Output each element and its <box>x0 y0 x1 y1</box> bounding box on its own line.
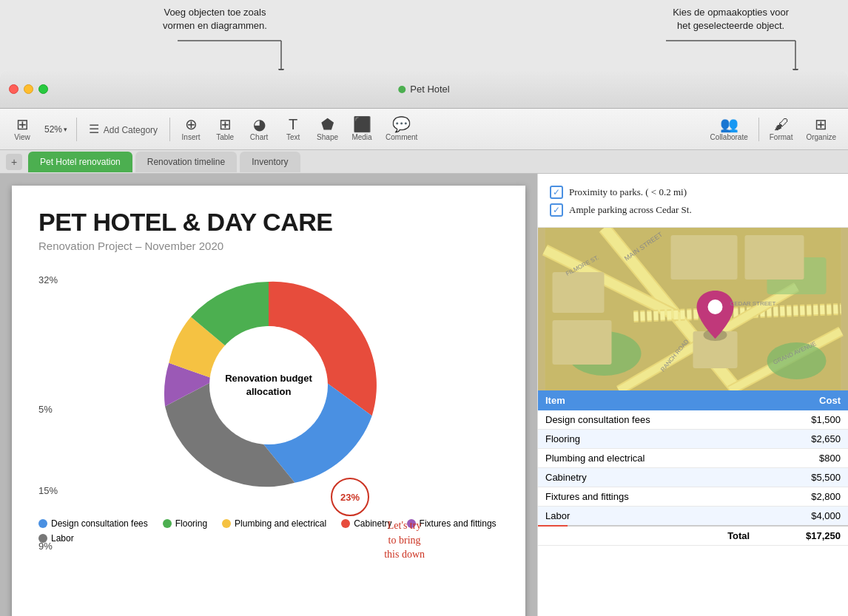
handwriting-annotation: Let's tryto bringthis down <box>384 518 425 562</box>
add-category-icon: ☰ <box>89 123 99 135</box>
tab-renovation-timeline[interactable]: Renovation timeline <box>135 152 237 172</box>
tooltip-left-text: Voeg objecten toe zoalsvormen en diagram… <box>163 6 267 33</box>
table-header-row: Item Cost <box>538 390 848 410</box>
cell-cost: $2,650 <box>757 430 848 449</box>
toolbar-separator-1 <box>76 118 77 141</box>
text-button[interactable]: T Text <box>277 114 309 144</box>
comment-button[interactable]: 💬 Comment <box>380 114 423 144</box>
toolbar-separator-3 <box>758 118 759 141</box>
legend-item-design: Design consultation fees <box>38 518 148 529</box>
col-item-header: Item <box>538 390 757 410</box>
checkbox-2[interactable]: ✓ <box>550 203 563 217</box>
maximize-button[interactable] <box>38 84 48 94</box>
collaborate-icon: 👥 <box>720 117 738 132</box>
insert-icon: ⊕ <box>185 117 198 132</box>
svg-rect-24 <box>671 235 738 280</box>
table-icon: ⊞ <box>219 117 232 132</box>
chart-icon: ◕ <box>253 117 266 132</box>
chart-center-text: Renovation budget allocation <box>225 372 312 399</box>
cell-cost: $5,500 <box>757 468 848 487</box>
legend-item-plumbing: Plumbing and electrical <box>222 518 326 529</box>
close-button[interactable] <box>9 84 18 94</box>
main-content: PET HOTEL & DAY CARE Renovation Project … <box>0 174 848 616</box>
table-row: Cabinetry $5,500 <box>538 468 848 487</box>
table-row: Plumbing and electrical $800 <box>538 449 848 468</box>
organize-icon: ⊞ <box>815 117 827 132</box>
pct-label-9: 9% <box>38 541 53 552</box>
map-section: MAIN STREET FILMORE ST. CEDAR STREET RAN… <box>538 228 848 390</box>
cell-total-label: Total <box>538 526 757 546</box>
view-button[interactable]: ⊞ View <box>6 114 38 144</box>
cell-item: Flooring <box>538 430 757 449</box>
col-cost-header: Cost <box>757 390 848 410</box>
document-subtitle: Renovation Project – November 2020 <box>38 240 499 252</box>
budget-table-section: Item Cost Design consultation fees $1,50… <box>538 390 848 546</box>
shape-icon: ⬟ <box>321 117 334 132</box>
new-sheet-button[interactable]: + <box>6 154 22 170</box>
organize-button[interactable]: ⊞ Organize <box>800 114 842 144</box>
checkbox-text-1: Proximity to parks. ( < 0.2 mi) <box>569 186 687 198</box>
svg-rect-25 <box>745 235 804 280</box>
svg-rect-22 <box>553 272 605 313</box>
title-dot-icon <box>398 86 406 93</box>
cell-item: Design consultation fees <box>538 410 757 430</box>
table-row: Flooring $2,650 <box>538 430 848 449</box>
cell-cost: $1,500 <box>757 410 848 430</box>
toolbar: ⊞ View 52% ▾ ☰ Add Category ⊕ Insert ⊞ T… <box>0 109 848 150</box>
checkbox-item-1: ✓ Proximity to parks. ( < 0.2 mi) <box>550 186 836 199</box>
add-category-button[interactable]: ☰ Add Category <box>81 119 165 139</box>
media-button[interactable]: ⬛ Media <box>346 114 378 144</box>
legend-dot-plumbing <box>222 519 231 528</box>
format-button[interactable]: 🖌 Format <box>764 114 799 144</box>
toolbar-right-group: 👥 Collaborate 🖌 Format ⊞ Organize <box>704 114 842 144</box>
zoom-button[interactable]: 52% ▾ <box>40 121 72 138</box>
minimize-button[interactable] <box>24 84 33 94</box>
cell-item: Cabinetry <box>538 468 757 487</box>
cell-cost: $800 <box>757 449 848 468</box>
document-title: PET HOTEL & DAY CARE <box>38 208 499 237</box>
text-icon: T <box>289 117 297 132</box>
checkbox-1[interactable]: ✓ <box>550 186 563 199</box>
legend-item-flooring: Flooring <box>163 518 207 529</box>
document-page: PET HOTEL & DAY CARE Renovation Project … <box>12 186 525 616</box>
shape-button[interactable]: ⬟ Shape <box>311 114 344 144</box>
tabbar: + Pet Hotel renovation Renovation timeli… <box>0 150 848 174</box>
table-button[interactable]: ⊞ Table <box>209 114 241 144</box>
chart-section: 32% 16% 5% 15% 9% <box>38 267 499 504</box>
tab-inventory[interactable]: Inventory <box>240 152 300 172</box>
window-title: Pet Hotel <box>410 84 449 95</box>
annotation-section: ✓ Proximity to parks. ( < 0.2 mi) ✓ Ampl… <box>538 174 848 228</box>
traffic-lights <box>9 84 48 94</box>
zoom-chevron-icon: ▾ <box>64 126 67 133</box>
chart-button[interactable]: ◕ Chart <box>243 114 275 144</box>
right-panel: ✓ Proximity to parks. ( < 0.2 mi) ✓ Ampl… <box>537 174 848 616</box>
collaborate-button[interactable]: 👥 Collaborate <box>704 114 754 144</box>
table-row: Fixtures and fittings $2,800 <box>538 487 848 507</box>
legend-dot-cabinetry <box>341 519 350 528</box>
toolbar-separator-2 <box>169 118 170 141</box>
pct-label-5: 5% <box>38 404 53 415</box>
table-row: Design consultation fees $1,500 <box>538 410 848 430</box>
comment-icon: 💬 <box>392 117 411 132</box>
insert-button[interactable]: ⊕ Insert <box>175 114 207 144</box>
donut-chart: Renovation budget allocation <box>150 267 387 504</box>
app-window: Pet Hotel ⊞ View 52% ▾ ☰ Add Category ⊕ … <box>0 70 848 616</box>
svg-point-28 <box>708 299 723 314</box>
window-title-area: Pet Hotel <box>398 84 449 95</box>
cell-total-value: $17,250 <box>757 526 848 546</box>
chart-legend: Design consultation fees Flooring Plumbi… <box>38 518 499 544</box>
pct-label-15: 15% <box>38 485 58 496</box>
media-icon: ⬛ <box>353 117 371 132</box>
cell-item: Fixtures and fittings <box>538 487 757 507</box>
cell-cost: $4,000 <box>757 507 848 527</box>
checkbox-item-2: ✓ Ample parking across Cedar St. <box>550 203 836 217</box>
tooltip-arrows <box>0 0 848 81</box>
svg-text:CEDAR STREET: CEDAR STREET <box>730 300 776 307</box>
document-canvas[interactable]: PET HOTEL & DAY CARE Renovation Project … <box>0 174 537 616</box>
cell-item: Plumbing and electrical <box>538 449 757 468</box>
format-icon: 🖌 <box>774 117 789 132</box>
view-icon: ⊞ <box>16 117 29 132</box>
cell-item: Labor <box>538 507 757 527</box>
checkbox-text-2: Ample parking across Cedar St. <box>569 204 692 216</box>
tab-pet-hotel-renovation[interactable]: Pet Hotel renovation <box>28 152 132 172</box>
